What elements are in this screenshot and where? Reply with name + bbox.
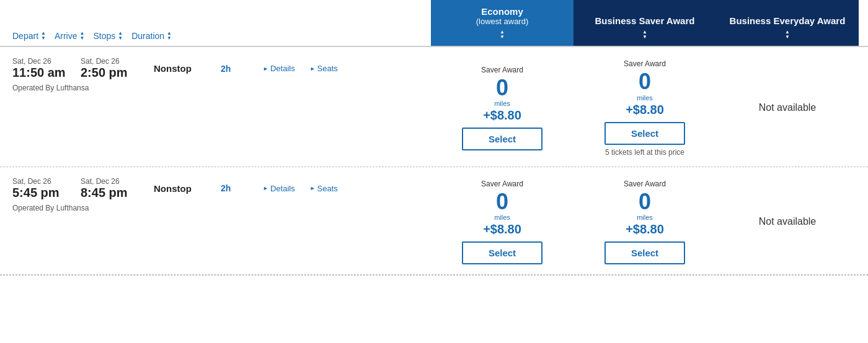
- details-link[interactable]: ► Details: [263, 184, 295, 193]
- economy-saver-label: Saver Award: [481, 180, 523, 188]
- business-saver-sort-icon: ▲▼: [642, 30, 647, 40]
- depart-time: 11:50 am: [12, 66, 81, 80]
- business-saver-select-button[interactable]: Select: [604, 122, 685, 145]
- duration-value: 2h: [211, 183, 248, 193]
- flight-row: Sat, Dec 26 11:50 am Sat, Dec 26 2:50 pm…: [0, 47, 868, 167]
- business-everyday-not-available: Not available: [716, 177, 859, 267]
- flight-main-info: Sat, Dec 26 5:45 pm Sat, Dec 26 8:45 pm …: [12, 177, 431, 200]
- depart-block: Sat, Dec 26 11:50 am: [12, 57, 81, 80]
- operator-label: Operated By Lufthansa: [12, 204, 431, 212]
- economy-select-button[interactable]: Select: [462, 241, 542, 264]
- flight-main-info: Sat, Dec 26 11:50 am Sat, Dec 26 2:50 pm…: [12, 57, 431, 80]
- arrive-time: 2:50 pm: [81, 66, 149, 80]
- depart-date: Sat, Dec 26: [12, 57, 81, 66]
- arrive-time: 8:45 pm: [81, 186, 149, 200]
- business-saver-miles-value: 0: [639, 189, 651, 214]
- operator-label: Operated By Lufthansa: [12, 84, 431, 92]
- stops-value: Nonstop: [149, 183, 211, 194]
- depart-sort-icon: ▲▼: [41, 31, 46, 41]
- flight-info-header: Depart ▲▼ Arrive ▲▼ Stops ▲▼ Duration ▲▼: [0, 0, 431, 46]
- economy-award-header[interactable]: Economy (lowest award) ▲▼: [431, 0, 574, 46]
- arrive-date: Sat, Dec 26: [81, 177, 149, 186]
- business-saver-label: Business Saver Award: [595, 15, 695, 26]
- business-saver-label-cell: Saver Award: [624, 59, 666, 68]
- business-everyday-sort-icon: ▲▼: [785, 30, 790, 40]
- arrive-sort-header[interactable]: Arrive ▲▼: [55, 31, 93, 41]
- business-everyday-award-header[interactable]: Business Everyday Award ▲▼: [716, 0, 859, 46]
- economy-award-cell: Saver Award 0 miles +$8.80 Select: [431, 57, 574, 159]
- business-saver-miles-unit: miles: [637, 214, 653, 221]
- economy-miles-unit: miles: [494, 214, 510, 221]
- business-saver-fee: +$8.80: [626, 103, 664, 117]
- stops-sort-header[interactable]: Stops ▲▼: [93, 31, 131, 41]
- business-saver-miles-unit: miles: [637, 94, 653, 102]
- seats-triangle-icon: ►: [310, 185, 316, 191]
- economy-fee: +$8.80: [483, 108, 521, 123]
- business-everyday-not-available: Not available: [716, 57, 859, 159]
- business-saver-select-button[interactable]: Select: [604, 241, 685, 264]
- economy-label-line2: (lowest award): [476, 17, 529, 26]
- depart-sort-header[interactable]: Depart ▲▼: [0, 31, 55, 41]
- arrive-sort-icon: ▲▼: [80, 31, 85, 41]
- economy-fee: +$8.80: [483, 222, 521, 237]
- flight-info-cell: Sat, Dec 26 11:50 am Sat, Dec 26 2:50 pm…: [0, 57, 431, 159]
- depart-label: Depart: [12, 31, 38, 41]
- arrive-block: Sat, Dec 26 2:50 pm: [81, 57, 149, 80]
- seats-link[interactable]: ► Seats: [310, 64, 338, 73]
- stops-label: Stops: [93, 31, 115, 41]
- flight-links: ► Details ► Seats: [248, 64, 338, 73]
- business-saver-award-header[interactable]: Business Saver Award ▲▼: [574, 0, 716, 46]
- flight-info-cell: Sat, Dec 26 5:45 pm Sat, Dec 26 8:45 pm …: [0, 177, 431, 267]
- duration-sort-header[interactable]: Duration ▲▼: [131, 31, 180, 41]
- details-triangle-icon: ►: [263, 66, 268, 72]
- stops-sort-icon: ▲▼: [118, 31, 123, 41]
- arrive-date: Sat, Dec 26: [81, 57, 149, 66]
- seats-triangle-icon: ►: [310, 66, 316, 72]
- economy-saver-label: Saver Award: [481, 66, 523, 74]
- economy-label-line1: Economy: [481, 6, 523, 17]
- seats-link[interactable]: ► Seats: [310, 184, 338, 193]
- details-link[interactable]: ► Details: [263, 64, 295, 73]
- arrive-block: Sat, Dec 26 8:45 pm: [81, 177, 149, 200]
- table-bottom-border: [0, 275, 868, 276]
- flight-results-table: Depart ▲▼ Arrive ▲▼ Stops ▲▼ Duration ▲▼…: [0, 0, 868, 276]
- depart-block: Sat, Dec 26 5:45 pm: [12, 177, 81, 200]
- economy-sort-icon: ▲▼: [500, 30, 505, 40]
- business-everyday-label: Business Everyday Award: [730, 15, 846, 26]
- business-saver-miles-value: 0: [639, 69, 651, 94]
- business-saver-label-cell: Saver Award: [624, 180, 666, 188]
- details-triangle-icon: ►: [263, 185, 268, 191]
- economy-miles-value: 0: [496, 189, 508, 214]
- business-saver-award-cell: Saver Award 0 miles +$8.80 Select: [574, 177, 716, 267]
- flight-row: Sat, Dec 26 5:45 pm Sat, Dec 26 8:45 pm …: [0, 167, 868, 276]
- duration-label: Duration: [131, 31, 164, 41]
- tickets-left-label: 5 tickets left at this price: [605, 148, 684, 157]
- table-header: Depart ▲▼ Arrive ▲▼ Stops ▲▼ Duration ▲▼…: [0, 0, 868, 47]
- duration-value: 2h: [211, 64, 248, 74]
- economy-miles-value: 0: [496, 76, 508, 100]
- duration-sort-icon: ▲▼: [167, 31, 172, 41]
- business-saver-fee: +$8.80: [626, 222, 664, 237]
- depart-time: 5:45 pm: [12, 186, 81, 200]
- economy-award-cell: Saver Award 0 miles +$8.80 Select: [431, 177, 574, 267]
- depart-date: Sat, Dec 26: [12, 177, 81, 186]
- flight-links: ► Details ► Seats: [248, 184, 338, 193]
- stops-value: Nonstop: [149, 63, 211, 74]
- arrive-label: Arrive: [55, 31, 78, 41]
- economy-select-button[interactable]: Select: [462, 128, 542, 150]
- business-saver-award-cell: Saver Award 0 miles +$8.80 Select 5 tick…: [574, 57, 716, 159]
- economy-miles-unit: miles: [494, 100, 510, 107]
